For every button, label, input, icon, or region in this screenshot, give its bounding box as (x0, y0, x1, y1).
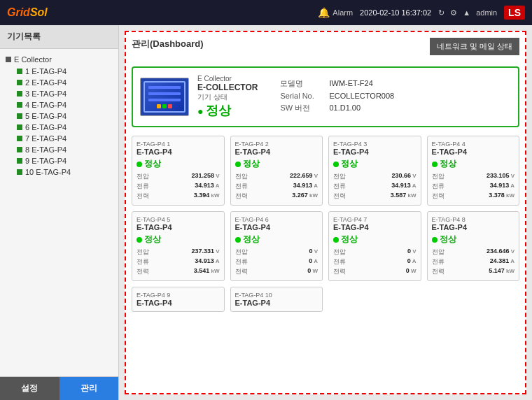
device-metrics-2: 전압 222.659 V 전류 34.913 A 전력 3.267 kW (235, 172, 318, 201)
collector-status-label: 기기 상태 (197, 92, 258, 102)
power-row-3: 전력 3.587 kW (333, 192, 416, 201)
sidebar-child-label-6: 6 E-TAG-P4 (25, 123, 66, 131)
model-no-row: 모델명 IWM-ET-F24 (280, 78, 511, 89)
device-status-7: 정상 (333, 234, 416, 245)
device-card-1[interactable]: E-TAG-P4 1 E-TAG-P4 정상 전압 231.258 V 전류 3… (132, 136, 225, 206)
device-metrics-4: 전압 233.105 V 전류 34.913 A 전력 3.378 kW (432, 172, 515, 201)
header-icons: ↻ ⚙ ▲ admin (438, 8, 497, 17)
device-model-7: E-TAG-P4 (333, 223, 416, 231)
sidebar-item-etag1[interactable]: 1 E-TAG-P4 (14, 66, 115, 77)
device-tag-3: E-TAG-P4 3 (333, 141, 416, 148)
power-row-1: 전력 3.394 kW (136, 192, 220, 201)
serial-label: Serial No. (280, 92, 329, 100)
device-tag-5: E-TAG-P4 5 (136, 216, 220, 223)
device-metrics-6: 전압 0 V 전류 0 A 전력 0 W (235, 248, 318, 276)
sidebar-child-label-2: 2 E-TAG-P4 (25, 78, 66, 87)
model-no-value: IWM-ET-F24 (329, 79, 372, 87)
manage-button[interactable]: 관리 (59, 377, 119, 400)
device-tag-9: E-TAG-P4 9 (136, 292, 220, 299)
device-icon-3 (17, 91, 22, 97)
sidebar-item-etag5[interactable]: 5 E-TAG-P4 (14, 110, 115, 122)
voltage-row-3: 전압 230.66 V (333, 172, 416, 181)
voltage-row-2: 전압 222.659 V (235, 172, 318, 181)
voltage-row-4: 전압 233.105 V (432, 172, 515, 181)
sidebar-item-etag6[interactable]: 6 E-TAG-P4 (14, 122, 115, 133)
sw-label: SW 버전 (280, 103, 329, 113)
status-dot-7 (333, 237, 339, 243)
user-icon: ▲ (463, 8, 470, 17)
device-status-6: 정상 (235, 234, 318, 245)
network-status-button[interactable]: 네트워크 및 메일 상태 (430, 38, 519, 55)
device-card-9[interactable]: E-TAG-P4 9 E-TAG-P4 (132, 287, 225, 312)
admin-label: admin (476, 8, 497, 17)
device-card-5[interactable]: E-TAG-P4 5 E-TAG-P4 정상 전압 237.331 V 전류 3… (132, 211, 225, 281)
refresh-icon[interactable]: ↻ (438, 8, 444, 17)
device-card-8[interactable]: E-TAG-P4 8 E-TAG-P4 정상 전압 234.646 V 전류 2… (427, 211, 520, 281)
sidebar-parent-label: E Collector (14, 55, 52, 64)
sidebar-item-etag9[interactable]: 9 E-TAG-P4 (14, 155, 115, 166)
device-icon-4 (17, 102, 22, 108)
device-card-6[interactable]: E-TAG-P4 6 E-TAG-P4 정상 전압 0 V 전류 0 A 전력 … (230, 211, 323, 281)
sidebar-item-ecollector[interactable]: E Collector (3, 53, 115, 66)
status-dot-5 (136, 237, 142, 243)
current-row-7: 전류 0 A (333, 257, 416, 266)
device-grid: E-TAG-P4 1 E-TAG-P4 정상 전압 231.258 V 전류 3… (132, 136, 519, 312)
collector-model-label: E-COLLECTOR (197, 83, 258, 92)
sidebar-title: 기기목록 (0, 25, 118, 49)
device-card-2[interactable]: E-TAG-P4 2 E-TAG-P4 정상 전압 222.659 V 전류 3… (230, 136, 323, 206)
serial-row: Serial No. ECOLLECTOR008 (280, 92, 511, 100)
voltage-row-8: 전압 234.646 V (432, 248, 515, 257)
current-row-4: 전류 34.913 A (432, 182, 515, 191)
sidebar-tree: E Collector 1 E-TAG-P4 2 E-TAG-P4 3 E-TA… (0, 49, 118, 376)
gear-icon[interactable]: ⚙ (450, 8, 457, 17)
device-card-3[interactable]: E-TAG-P4 3 E-TAG-P4 정상 전압 230.66 V 전류 34… (328, 136, 421, 206)
header: GridSol 🔔 Alarm 2020-02-10 16:37:02 ↻ ⚙ … (0, 0, 532, 25)
device-card-7[interactable]: E-TAG-P4 7 E-TAG-P4 정상 전압 0 V 전류 0 A 전력 … (328, 211, 421, 281)
sidebar-item-etag7[interactable]: 7 E-TAG-P4 (14, 133, 115, 144)
device-metrics-5: 전압 237.331 V 전류 34.913 A 전력 3.541 kW (136, 248, 220, 276)
alarm-label: Alarm (332, 8, 353, 17)
device-icon-2 (17, 80, 22, 85)
sidebar-item-etag2[interactable]: 2 E-TAG-P4 (14, 77, 115, 88)
datetime-display: 2020-02-10 16:37:02 (360, 8, 431, 17)
power-row-6: 전력 0 W (235, 267, 318, 276)
current-row-6: 전류 0 A (235, 257, 318, 266)
sidebar-item-etag3[interactable]: 3 E-TAG-P4 (14, 88, 115, 99)
device-status-2: 정상 (235, 158, 318, 170)
device-status-4: 정상 (432, 158, 515, 170)
device-card-10[interactable]: E-TAG-P4 10 E-TAG-P4 (230, 287, 323, 312)
device-icon-10 (17, 169, 22, 175)
power-row-2: 전력 3.267 kW (235, 192, 318, 201)
collector-card: E Collector E-COLLECTOR 기기 상태 ● 정상 모델명 I… (132, 66, 519, 127)
sidebar-item-etag8[interactable]: 8 E-TAG-P4 (14, 144, 115, 155)
model-no-label: 모델명 (280, 78, 329, 89)
sw-value: 01.D1.00 (329, 103, 360, 112)
status-dot-1 (136, 162, 142, 167)
header-right: 🔔 Alarm 2020-02-10 16:37:02 ↻ ⚙ ▲ admin … (318, 6, 525, 20)
device-tag-2: E-TAG-P4 2 (235, 141, 318, 148)
status-dot-6 (235, 237, 241, 243)
sidebar-child-label-3: 3 E-TAG-P4 (25, 90, 66, 98)
device-model-6: E-TAG-P4 (235, 223, 318, 231)
power-row-5: 전력 3.541 kW (136, 267, 220, 276)
logo: GridSol (7, 6, 48, 19)
device-status-3: 정상 (333, 158, 416, 170)
sidebar-child-label-4: 4 E-TAG-P4 (25, 101, 66, 109)
sidebar-item-etag4[interactable]: 4 E-TAG-P4 (14, 99, 115, 110)
device-tag-8: E-TAG-P4 8 (432, 216, 515, 223)
main-container: 기기목록 E Collector 1 E-TAG-P4 2 E-TAG-P4 3… (0, 25, 532, 400)
power-row-7: 전력 0 W (333, 267, 416, 276)
device-metrics-8: 전압 234.646 V 전류 24.381 A 전력 5.147 kW (432, 248, 515, 276)
device-model-10: E-TAG-P4 (235, 299, 318, 307)
device-tag-10: E-TAG-P4 10 (235, 292, 318, 299)
settings-button[interactable]: 설정 (0, 377, 59, 400)
device-icon-1 (17, 69, 22, 74)
sidebar-item-etag10[interactable]: 10 E-TAG-P4 (14, 166, 115, 178)
sidebar-child-label-9: 9 E-TAG-P4 (25, 157, 66, 165)
sidebar: 기기목록 E Collector 1 E-TAG-P4 2 E-TAG-P4 3… (0, 25, 119, 400)
device-tag-4: E-TAG-P4 4 (432, 141, 515, 148)
device-card-4[interactable]: E-TAG-P4 4 E-TAG-P4 정상 전압 233.105 V 전류 3… (427, 136, 520, 206)
sidebar-child-label-1: 1 E-TAG-P4 (25, 67, 66, 76)
current-row-5: 전류 34.913 A (136, 257, 220, 266)
voltage-row-7: 전압 0 V (333, 248, 416, 257)
